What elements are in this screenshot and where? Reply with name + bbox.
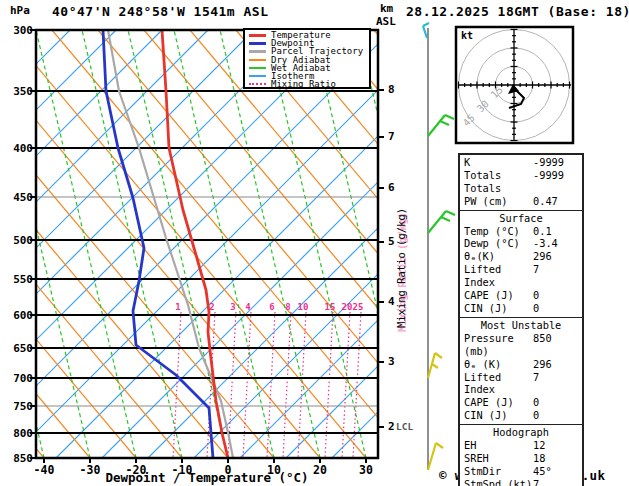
mixing-ratio-label: 25 xyxy=(349,302,367,312)
pressure-tick-label: 650 xyxy=(0,342,33,355)
stats-row: K-9999 xyxy=(460,156,582,169)
stats-value: 7 xyxy=(533,478,579,486)
pressure-tick-label: 500 xyxy=(0,234,33,247)
stats-table: K-9999Totals Totals-9999PW (cm)0.47Surfa… xyxy=(458,153,584,486)
stats-section-header: Most Unstable xyxy=(460,319,582,332)
stats-section: SurfaceTemp (°C)0.1Dewp (°C)-3.4θₑ(K)296… xyxy=(460,210,582,317)
wind-barb xyxy=(428,115,454,136)
stats-value: 0 xyxy=(533,302,579,315)
pressure-unit-label: hPa xyxy=(10,4,30,17)
stats-row: PW (cm)0.47 xyxy=(460,195,582,208)
stats-value: 850 xyxy=(533,332,579,358)
mixing-ratio-label: 2 xyxy=(203,302,221,312)
legend-swatch-wet-adiabat xyxy=(249,67,266,69)
legend-swatch-dewpoint xyxy=(249,42,266,45)
stats-row: θₑ(K)296 xyxy=(460,250,582,263)
stats-value: 18 xyxy=(533,452,579,465)
stats-value: 0 xyxy=(533,396,579,409)
stats-value: 12 xyxy=(533,439,579,452)
stats-row: CIN (J)0 xyxy=(460,302,582,315)
mixing-ratio-label: 4 xyxy=(239,302,257,312)
station-title: 40°47'N 248°58'W 1541m ASL xyxy=(52,4,269,19)
stats-label: CAPE (J) xyxy=(464,289,533,302)
legend-item: Mixing Ratio xyxy=(249,80,369,88)
legend-swatch-dry-adiabat xyxy=(249,59,266,61)
mixing-ratio-label: 1 xyxy=(169,302,187,312)
hodograph-unit-label: kt xyxy=(461,30,473,41)
stats-value: -3.4 xyxy=(533,237,579,250)
stats-label: Dewp (°C) xyxy=(464,237,533,250)
stats-label: EH xyxy=(464,439,533,452)
stats-section: Most UnstablePressure (mb)850θₑ (K)296Li… xyxy=(460,317,582,424)
stats-label: StmDir xyxy=(464,465,533,478)
stats-row: Dewp (°C)-3.4 xyxy=(460,237,582,250)
pressure-tick-label: 350 xyxy=(0,85,33,98)
x-axis-label: Dewpoint / Temperature (°C) xyxy=(36,470,378,485)
km-tick-label: 4 xyxy=(388,295,395,308)
stats-label: Lifted Index xyxy=(464,371,533,397)
stats-value: -9999 xyxy=(533,169,579,195)
wind-barb xyxy=(428,353,442,378)
stats-label: Lifted Index xyxy=(464,263,533,289)
stats-row: θₑ (K)296 xyxy=(460,358,582,371)
stats-section: K-9999Totals Totals-9999PW (cm)0.47 xyxy=(460,155,582,210)
stats-row: Lifted Index7 xyxy=(460,263,582,289)
stats-row: EH12 xyxy=(460,439,582,452)
stats-value: 0 xyxy=(533,289,579,302)
legend-swatch-isotherm xyxy=(249,75,266,77)
pressure-tick-label: 550 xyxy=(0,273,33,286)
stats-value: 7 xyxy=(533,263,579,289)
datetime-title: 28.12.2025 18GMT (Base: 18) xyxy=(406,4,629,19)
stats-row: Lifted Index7 xyxy=(460,371,582,397)
km-tick-label: 6 xyxy=(388,181,395,194)
pressure-tick-label: 750 xyxy=(0,400,33,413)
pressure-tick-label: 600 xyxy=(0,309,33,322)
stats-row: StmDir45° xyxy=(460,465,582,478)
stats-value: 0 xyxy=(533,409,579,422)
pressure-tick-label: 400 xyxy=(0,142,33,155)
stats-label: Pressure (mb) xyxy=(464,332,533,358)
pressure-tick-label: 300 xyxy=(0,24,33,37)
stats-value: 296 xyxy=(533,358,579,371)
stats-label: CIN (J) xyxy=(464,409,533,422)
stats-label: Totals Totals xyxy=(464,169,533,195)
pressure-tick-label: 700 xyxy=(0,372,33,385)
legend: TemperatureDewpointParcel TrajectoryDry … xyxy=(243,28,371,89)
legend-label: Mixing Ratio xyxy=(271,79,336,89)
wind-barb xyxy=(428,211,455,233)
wind-barb xyxy=(428,443,443,470)
stats-value: 45° xyxy=(533,465,579,478)
stats-value: 0.1 xyxy=(533,225,579,238)
stats-value: 7 xyxy=(533,371,579,397)
stats-value: 0.47 xyxy=(533,195,579,208)
stats-label: θₑ (K) xyxy=(464,358,533,371)
pressure-tick-label: 800 xyxy=(0,427,33,440)
stats-row: SREH18 xyxy=(460,452,582,465)
legend-swatch-mixing-ratio xyxy=(249,83,266,85)
stats-row: CAPE (J)0 xyxy=(460,289,582,302)
mixing-ratio-label: 15 xyxy=(321,302,339,312)
stats-label: θₑ(K) xyxy=(464,250,533,263)
lcl-marker-label: LCL xyxy=(396,421,413,432)
stats-label: SREH xyxy=(464,452,533,465)
stats-section-header: Hodograph xyxy=(460,426,582,439)
km-tick-label: 7 xyxy=(388,130,395,143)
stats-label: K xyxy=(464,156,533,169)
stats-value: 296 xyxy=(533,250,579,263)
km-tick-label: 2 xyxy=(388,420,395,433)
pressure-tick-label: 450 xyxy=(0,191,33,204)
stats-row: CIN (J)0 xyxy=(460,409,582,422)
legend-swatch-parcel-trajectory xyxy=(249,50,266,53)
km-tick-label: 3 xyxy=(388,355,395,368)
stats-value: -9999 xyxy=(533,156,579,169)
stats-label: CAPE (J) xyxy=(464,396,533,409)
stats-row: StmSpd (kt)7 xyxy=(460,478,582,486)
mixing-axis-label: Mixing Ratio (g/kg) xyxy=(395,198,407,338)
km-tick-label: 8 xyxy=(388,83,395,96)
stats-label: Temp (°C) xyxy=(464,225,533,238)
legend-swatch-temperature xyxy=(249,34,266,37)
stats-section-header: Surface xyxy=(460,212,582,225)
sounding-screenshot: 153045 hPa 40°47'N 248°58'W 1541m ASL km… xyxy=(0,0,629,486)
stats-row: Temp (°C)0.1 xyxy=(460,225,582,238)
stats-row: CAPE (J)0 xyxy=(460,396,582,409)
